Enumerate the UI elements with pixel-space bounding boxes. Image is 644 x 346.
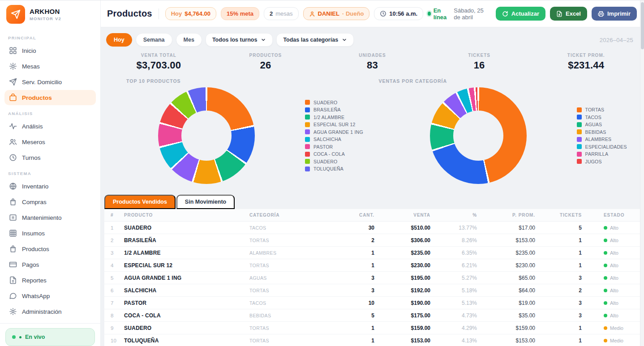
cell: TACOS xyxy=(248,222,322,234)
cell: $195.00 xyxy=(376,272,432,284)
sidebar-item-meseros[interactable]: Meseros xyxy=(4,134,96,150)
status-dot-icon xyxy=(604,289,607,292)
products-table: #PRODUCTOCATEGORÍACANT.VENTA%P. PROM.TIC… xyxy=(104,209,640,346)
products-table-card: #PRODUCTOCATEGORÍACANT.VENTA%P. PROM.TIC… xyxy=(104,209,640,346)
cell: 1 xyxy=(537,234,584,247)
column-header-cant: CANT. xyxy=(322,209,376,222)
vertical-scrollbar[interactable] xyxy=(640,0,644,346)
header-right: DANIEL · Dueño 10:56 a.m. En línea Sábad… xyxy=(303,7,637,21)
sidebar-item-inicio[interactable]: Inicio xyxy=(4,43,96,58)
period-pill-hoy[interactable]: Hoy xyxy=(106,33,132,47)
sidebar-item-productos[interactable]: Productos xyxy=(4,90,96,105)
filter-date: 2026–04–25 xyxy=(600,37,633,43)
status-dot-icon xyxy=(604,301,607,305)
column-header-venta: VENTA xyxy=(376,209,432,222)
sidebar-item-whatsapp[interactable]: WhatsApp xyxy=(4,288,96,303)
sidebar-item-pagos[interactable]: Pagos xyxy=(4,257,96,272)
cell: TORTAS xyxy=(248,284,322,297)
sidebar-item-label: Compras xyxy=(22,199,47,205)
shopping-bag-icon xyxy=(9,245,17,253)
tab-productos-vendidos[interactable]: Productos Vendidos xyxy=(104,195,176,209)
sidebar-item-analisis[interactable]: Análisis xyxy=(4,119,96,134)
brand-name: ARKHON xyxy=(30,8,61,15)
cell: 2 xyxy=(104,234,122,247)
card-pause-icon xyxy=(9,214,17,222)
cell: $235.00 xyxy=(376,247,432,259)
sidebar-item-administracion[interactable]: Administración xyxy=(4,304,96,319)
cell: $153.00 xyxy=(479,334,537,346)
legend-label: ESPECIAL SUR 12 xyxy=(313,122,356,127)
scrollbar-thumb[interactable] xyxy=(641,2,644,49)
legend-item: BEBIDAS xyxy=(577,129,627,135)
donut-chart xyxy=(158,87,255,184)
status-dot-icon xyxy=(604,326,607,330)
sidebar-item-label: Mantenimiento xyxy=(22,214,62,221)
legend-chip-icon xyxy=(305,115,310,120)
stat-value: 26 xyxy=(212,60,319,71)
tab-sin-movimiento[interactable]: Sin Movimiento xyxy=(176,195,235,209)
period-pill-semana[interactable]: Semana xyxy=(136,33,172,47)
gear-icon xyxy=(9,308,17,316)
cell: 4.29% xyxy=(432,322,479,334)
cell: 5 xyxy=(104,272,122,284)
status-cell: Alto xyxy=(584,297,640,309)
sidebar-item-reportes[interactable]: Reportes xyxy=(4,273,96,288)
status-badge: Alto xyxy=(604,225,639,231)
status-cell: Alto xyxy=(584,234,640,247)
legend-label: AGUA GRANDE 1 ING xyxy=(313,129,363,135)
excel-button[interactable]: Excel xyxy=(550,7,587,21)
user-badge[interactable]: DANIEL · Dueño xyxy=(303,7,370,20)
legend-label: TACOS xyxy=(585,115,601,120)
filter-bar: HoySemanaMes Todos los turnos Todas las … xyxy=(101,27,644,47)
sidebar-item-mesas[interactable]: Mesas xyxy=(4,59,96,74)
table-row: 31/2 ALAMBREALAMBRES1$235.006.35%$235.00… xyxy=(104,247,640,259)
clock-icon xyxy=(380,10,386,17)
column-header-p-prom: P. PROM. xyxy=(479,209,537,222)
sidebar-item-serv-domicilio[interactable]: Serv. Domicilio xyxy=(4,74,96,90)
shift-filter-select[interactable]: Todos los turnos xyxy=(206,33,273,47)
sidebar-item-label: Serv. Domicilio xyxy=(22,79,62,85)
online-dot-icon xyxy=(428,12,430,16)
legend-label: SALCHICHA xyxy=(313,137,341,142)
cell: 1 xyxy=(322,247,376,259)
refresh-button[interactable]: Actualizar xyxy=(496,7,545,21)
sidebar-item-compras[interactable]: Compras xyxy=(4,194,96,209)
status-label: Alto xyxy=(610,263,618,268)
sidebar-item-insumos[interactable]: Insumos xyxy=(4,226,96,241)
sidebar-item-mantenimiento[interactable]: Mantenimiento xyxy=(4,210,96,225)
cell: 2 xyxy=(537,284,584,297)
cell: $175.00 xyxy=(376,309,432,322)
cell: TORTAS xyxy=(248,259,322,272)
category-filter-select[interactable]: Todas las categorías xyxy=(276,33,354,47)
cell: 3 xyxy=(537,272,584,284)
sidebar-item-inventario[interactable]: Inventario xyxy=(4,179,96,194)
main-area: Productos Hoy $4,764.00 15% meta 2 mesas… xyxy=(101,0,644,346)
chart-top-products: TOP 10 PRODUCTOS SUADEROBRASILEÑA1/2 ALA… xyxy=(101,78,373,190)
legend-chip-icon xyxy=(305,129,310,134)
cell: AGUAS xyxy=(248,272,322,284)
period-pill-mes[interactable]: Mes xyxy=(176,33,202,47)
legend-label: JUGOS xyxy=(585,159,602,164)
legend-item: BRASILEÑA xyxy=(305,107,363,112)
tables-label: mesas xyxy=(275,10,292,17)
table-row: 2BRASILEÑATORTAS2$306.008.26%$153.001Alt… xyxy=(104,234,640,247)
sidebar-item-productos[interactable]: Productos xyxy=(4,241,96,256)
cell: $19.00 xyxy=(479,297,537,309)
cell: 7 xyxy=(104,297,122,309)
legend-chip-icon xyxy=(577,152,582,157)
cell: 2 xyxy=(322,234,376,247)
credit-card-icon xyxy=(9,261,17,269)
status-dot-icon xyxy=(604,276,607,280)
cell: TACOS xyxy=(248,297,322,309)
cell: SALCHICHA xyxy=(122,284,248,297)
chart-category-sales: VENTAS POR CATEGORÍA TORTASTACOSAGUASBEB… xyxy=(373,78,644,190)
activity-icon xyxy=(9,122,17,130)
cell: PASTOR xyxy=(122,297,248,309)
column-header-: # xyxy=(104,209,122,222)
sidebar-item-turnos[interactable]: Turnos xyxy=(4,150,96,165)
status-dot-icon xyxy=(604,264,607,267)
stat-unidades: UNIDADES83 xyxy=(319,53,426,71)
tables-badge: 2 mesas xyxy=(264,7,299,20)
sidebar-item-label: Productos xyxy=(22,94,52,101)
print-button[interactable]: Imprimir xyxy=(592,7,637,21)
